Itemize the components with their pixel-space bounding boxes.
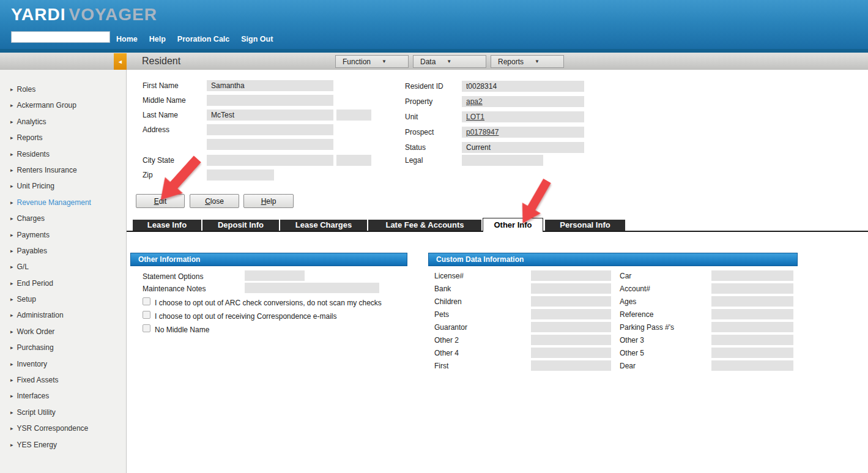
middle-name-field[interactable]	[207, 95, 333, 106]
sidebar-item-renters-insurance[interactable]: ▸Renters Insurance	[0, 162, 126, 178]
sidebar-item-ysr-correspondence[interactable]: ▸YSR Correspondence	[0, 420, 126, 436]
zip-field[interactable]	[207, 169, 274, 181]
reference-label: Reference	[620, 310, 653, 319]
nav-home[interactable]: Home	[116, 35, 138, 43]
other3-field[interactable]	[711, 335, 793, 345]
tab-lease-charges[interactable]: Lease Charges	[280, 220, 367, 231]
unit-field: LOT1	[462, 111, 584, 122]
unit-link[interactable]: LOT1	[466, 113, 484, 121]
dear-label: Dear	[620, 362, 636, 370]
tab-late-fee-accounts[interactable]: Late Fee & Accounts	[368, 220, 481, 231]
sidebar-item-end-period[interactable]: ▸End Period	[0, 275, 126, 291]
bullet-icon: ▸	[10, 264, 13, 270]
statement-options-field[interactable]	[245, 270, 305, 281]
sidebar-item-payables[interactable]: ▸Payables	[0, 243, 126, 259]
last-name-suffix-field[interactable]	[336, 110, 371, 121]
parking-pass-field[interactable]	[711, 322, 793, 332]
children-field[interactable]	[531, 296, 611, 307]
dear-field[interactable]	[711, 360, 793, 371]
bullet-icon: ▸	[10, 377, 13, 383]
sidebar-item-ackermann-group[interactable]: ▸Ackermann Group	[0, 97, 126, 113]
nav-proration-calc[interactable]: Proration Calc	[177, 35, 229, 43]
sidebar-item-interfaces[interactable]: ▸Interfaces	[0, 388, 126, 404]
prospect-link[interactable]: p0178947	[466, 128, 499, 136]
no-middle-name-label: No Middle Name	[155, 326, 209, 334]
sidebar-item-work-order[interactable]: ▸Work Order	[0, 324, 126, 340]
tab-personal-info[interactable]: Personal Info	[545, 220, 625, 231]
collapse-sidebar-button[interactable]: ◄	[114, 53, 127, 70]
first-custom-field[interactable]	[531, 360, 611, 371]
tab-deposit-info[interactable]: Deposit Info	[202, 220, 279, 231]
sidebar-item-charges[interactable]: ▸Charges	[0, 210, 126, 226]
sidebar-item-setup[interactable]: ▸Setup	[0, 291, 126, 307]
logo-yardi: YARDI	[11, 5, 66, 24]
function-dropdown[interactable]: Function ▼	[335, 55, 409, 68]
children-label: Children	[434, 297, 462, 306]
global-search-input[interactable]	[11, 31, 110, 43]
sidebar-item-payments[interactable]: ▸Payments	[0, 227, 126, 243]
yardi-voyager-logo: YARDIVOYAGER	[11, 5, 157, 24]
bullet-icon: ▸	[10, 215, 13, 222]
top-navigation: Home Help Proration Calc Sign Out	[116, 35, 273, 43]
bank-label: Bank	[434, 285, 451, 293]
address-line2-field[interactable]	[207, 139, 333, 150]
sidebar-item-revenue-management[interactable]: ▸Revenue Management	[0, 195, 126, 210]
car-field[interactable]	[711, 270, 793, 281]
opt-out-arc-checkbox[interactable]	[143, 297, 150, 305]
tab-lease-info[interactable]: Lease Info	[133, 220, 201, 231]
state-field[interactable]	[336, 155, 371, 166]
custom-data-header: Custom Data Information	[428, 253, 798, 266]
bullet-icon: ▸	[10, 425, 13, 431]
nav-help[interactable]: Help	[149, 35, 166, 43]
help-button[interactable]: Help	[243, 194, 294, 208]
sidebar-item-unit-pricing[interactable]: ▸Unit Pricing	[0, 178, 126, 194]
sidebar-item-roles[interactable]: ▸Roles	[0, 81, 126, 97]
other2-field[interactable]	[531, 335, 611, 345]
sidebar-item-inventory[interactable]: ▸Inventory	[0, 356, 126, 372]
first-name-field[interactable]	[207, 80, 333, 91]
no-middle-name-checkbox[interactable]	[143, 324, 150, 332]
city-field[interactable]	[207, 155, 333, 166]
bullet-icon: ▸	[10, 296, 13, 302]
data-dropdown[interactable]: Data ▼	[413, 55, 486, 68]
legal-field[interactable]	[462, 155, 543, 166]
opt-out-correspondence-checkbox[interactable]	[143, 311, 150, 319]
first-name-label: First Name	[143, 81, 179, 90]
bullet-icon: ▸	[10, 248, 13, 254]
bank-field[interactable]	[531, 283, 611, 294]
sidebar-item-purchasing[interactable]: ▸Purchasing	[0, 340, 126, 356]
sidebar-item-yes-energy[interactable]: ▸YES Energy	[0, 437, 126, 453]
resident-id-field[interactable]	[462, 81, 584, 92]
sidebar-item-administration[interactable]: ▸Administration	[0, 307, 126, 323]
app-header: YARDIVOYAGER Home Help Proration Calc Si…	[0, 0, 868, 49]
edit-button[interactable]: Edit	[136, 194, 185, 208]
sidebar-menu: ▸Roles ▸Ackermann Group ▸Analytics ▸Repo…	[0, 70, 127, 473]
account-field[interactable]	[711, 283, 793, 294]
sidebar-item-reports[interactable]: ▸Reports	[0, 130, 126, 146]
property-link[interactable]: apa2	[466, 97, 483, 106]
bullet-icon: ▸	[10, 102, 13, 108]
other5-field[interactable]	[711, 348, 793, 358]
sidebar-item-residents[interactable]: ▸Residents	[0, 146, 126, 162]
status-label: Status	[405, 143, 426, 152]
license-field[interactable]	[531, 270, 611, 281]
maintenance-notes-label: Maintenance Notes	[143, 285, 206, 293]
maintenance-notes-field[interactable]	[245, 283, 379, 293]
address-line1-field[interactable]	[207, 124, 333, 135]
last-name-field[interactable]	[207, 110, 333, 121]
bullet-icon: ▸	[10, 409, 13, 415]
ages-field[interactable]	[711, 296, 793, 307]
reference-field[interactable]	[711, 309, 793, 319]
guarantor-field[interactable]	[531, 322, 611, 332]
other4-field[interactable]	[531, 348, 611, 358]
sidebar-item-script-utility[interactable]: ▸Script Utility	[0, 404, 126, 420]
guarantor-label: Guarantor	[434, 323, 467, 332]
reports-dropdown[interactable]: Reports ▼	[491, 55, 564, 68]
sidebar-item-gl[interactable]: ▸G/L	[0, 259, 126, 275]
sidebar-item-analytics[interactable]: ▸Analytics	[0, 114, 126, 130]
tab-other-info[interactable]: Other Info	[483, 218, 543, 232]
pets-field[interactable]	[531, 309, 611, 319]
sidebar-item-fixed-assets[interactable]: ▸Fixed Assets	[0, 372, 126, 388]
close-button[interactable]: Close	[190, 194, 239, 208]
nav-sign-out[interactable]: Sign Out	[241, 35, 273, 43]
